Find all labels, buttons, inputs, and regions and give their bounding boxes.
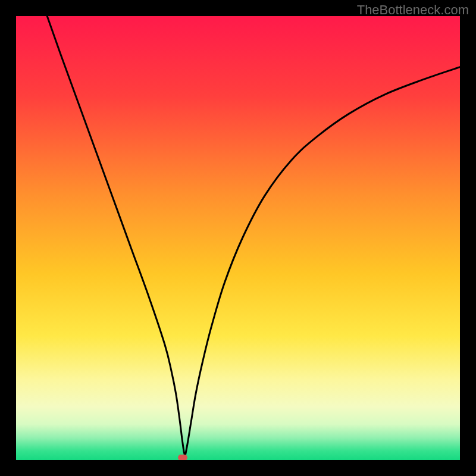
attribution-text: TheBottleneck.com	[357, 2, 469, 18]
curve-layer	[16, 16, 460, 460]
plot-area	[16, 16, 460, 460]
optimal-marker	[178, 455, 187, 460]
bottleneck-curve	[47, 16, 460, 455]
